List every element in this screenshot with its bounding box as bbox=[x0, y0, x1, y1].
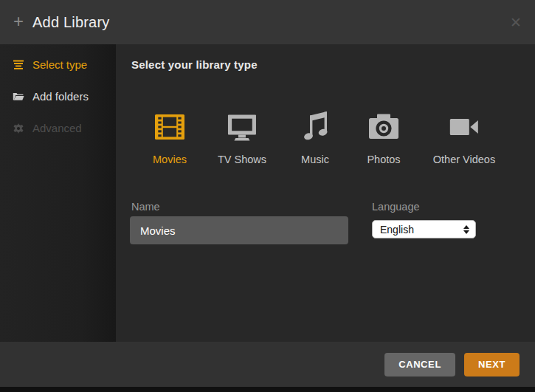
library-type-label: TV Shows bbox=[218, 154, 266, 165]
dialog-title: Add Library bbox=[32, 14, 109, 31]
film-strip-icon bbox=[152, 109, 187, 145]
music-note-icon bbox=[297, 109, 333, 145]
video-camera-icon bbox=[446, 109, 482, 145]
library-type-movies[interactable]: Movies bbox=[152, 109, 187, 165]
steps-sidebar: Select type Add folders bbox=[0, 44, 116, 342]
add-library-dialog: + Add Library ✕ Select type bbox=[0, 0, 535, 392]
cancel-button[interactable]: CANCEL bbox=[384, 353, 455, 376]
page-background-strip bbox=[0, 387, 535, 392]
library-type-label: Photos bbox=[366, 154, 401, 165]
library-type-other-videos[interactable]: Other Videos bbox=[433, 109, 495, 165]
sidebar-item-label: Advanced bbox=[32, 122, 82, 134]
sidebar-item-select-type[interactable]: Select type bbox=[0, 49, 116, 80]
library-type-music[interactable]: Music bbox=[297, 109, 333, 165]
dialog-body: Select type Add folders bbox=[0, 44, 535, 342]
sidebar-item-advanced: Advanced bbox=[0, 112, 116, 144]
folder-icon bbox=[13, 91, 24, 103]
panel-heading: Select your library type bbox=[131, 58, 258, 71]
sidebar-item-add-folders[interactable]: Add folders bbox=[0, 80, 116, 112]
library-type-label: Other Videos bbox=[433, 154, 495, 165]
language-select[interactable]: English bbox=[372, 220, 476, 238]
library-type-label: Music bbox=[297, 154, 333, 165]
tv-icon bbox=[224, 109, 260, 145]
name-field-label: Name bbox=[131, 201, 160, 213]
language-select-value: English bbox=[380, 224, 414, 235]
camera-icon bbox=[366, 109, 401, 145]
dialog-header: + Add Library ✕ bbox=[0, 0, 535, 44]
dialog-footer: CANCEL NEXT bbox=[0, 342, 535, 387]
name-input[interactable] bbox=[130, 216, 348, 244]
next-button[interactable]: NEXT bbox=[464, 353, 520, 376]
library-type-photos[interactable]: Photos bbox=[366, 109, 401, 165]
gear-icon bbox=[13, 123, 24, 134]
close-icon[interactable]: ✕ bbox=[510, 16, 522, 30]
select-type-panel: Select your library type bbox=[116, 44, 535, 342]
library-type-tv-shows[interactable]: TV Shows bbox=[218, 109, 266, 165]
select-spinner-icon bbox=[463, 225, 469, 234]
plus-icon: + bbox=[13, 13, 24, 30]
sidebar-item-label: Add folders bbox=[32, 90, 89, 103]
sidebar-item-label: Select type bbox=[32, 58, 87, 71]
library-type-label: Movies bbox=[152, 154, 187, 165]
language-field-label: Language bbox=[372, 201, 420, 213]
list-lines-icon bbox=[13, 59, 24, 71]
